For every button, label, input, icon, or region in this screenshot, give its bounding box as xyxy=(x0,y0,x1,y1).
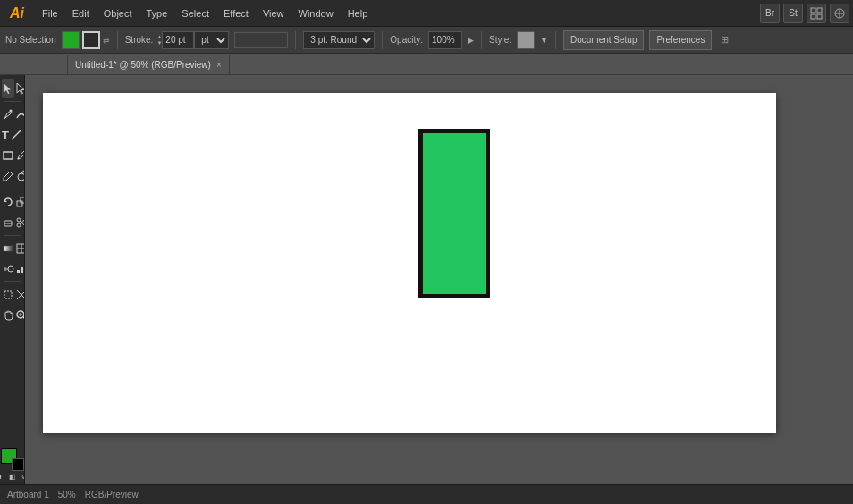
svg-rect-1 xyxy=(817,8,822,13)
gradient-tool[interactable] xyxy=(2,239,14,258)
curvature-tool[interactable] xyxy=(15,105,25,124)
eraser-tool[interactable] xyxy=(2,213,14,232)
tab-close-button[interactable]: × xyxy=(216,60,222,70)
menu-effect[interactable]: Effect xyxy=(217,6,255,21)
opacity-label: Opacity: xyxy=(390,35,423,45)
rotate-tool[interactable] xyxy=(2,192,14,212)
line-segment-tool[interactable] xyxy=(10,125,22,145)
menu-help[interactable]: Help xyxy=(342,6,375,21)
svg-point-9 xyxy=(10,110,13,113)
more-apps-icon[interactable] xyxy=(830,4,849,23)
menu-object[interactable]: Object xyxy=(97,6,139,21)
pen-tool[interactable] xyxy=(2,105,14,124)
menu-file[interactable]: File xyxy=(36,6,64,21)
svg-point-30 xyxy=(8,266,13,272)
opacity-input[interactable] xyxy=(428,31,462,49)
stock-icon[interactable]: St xyxy=(783,4,803,23)
svg-rect-25 xyxy=(4,246,13,251)
document-tab[interactable]: Untitled-1* @ 50% (RGB/Preview) × xyxy=(67,55,230,74)
canvas-area xyxy=(25,75,853,484)
divider-5 xyxy=(555,31,556,49)
tab-title: Untitled-1* @ 50% (RGB/Preview) xyxy=(75,60,211,70)
fill-stroke-colors xyxy=(1,448,24,471)
scissors-tool[interactable] xyxy=(15,213,25,232)
main-area: T xyxy=(0,75,853,484)
green-rectangle[interactable] xyxy=(418,129,490,298)
gradient-tools-row xyxy=(2,239,22,258)
svg-line-10 xyxy=(12,130,21,139)
direct-selection-tool[interactable] xyxy=(15,79,25,98)
arrange-icon[interactable]: ⊞ xyxy=(721,34,729,46)
type-tools-row: T xyxy=(2,125,22,145)
divider-3 xyxy=(382,31,383,49)
scale-tool[interactable] xyxy=(15,192,25,212)
workspace-icon[interactable] xyxy=(807,4,826,23)
selection-tool[interactable] xyxy=(2,79,14,98)
svg-line-15 xyxy=(21,171,24,173)
svg-marker-7 xyxy=(4,83,11,94)
svg-rect-2 xyxy=(811,14,815,19)
selection-label: No Selection xyxy=(5,35,56,45)
stroke-value-input[interactable] xyxy=(162,31,194,49)
style-dropdown-icon[interactable]: ▼ xyxy=(540,36,548,45)
divider-1 xyxy=(117,31,118,49)
pencil-tools-row xyxy=(2,166,22,186)
color-mode-buttons: ■ ◧ ⊘ xyxy=(0,473,25,481)
chart-tool[interactable] xyxy=(15,259,25,279)
stroke-unit-select[interactable]: ptpxin xyxy=(194,31,229,49)
svg-point-14 xyxy=(18,173,25,181)
menu-view[interactable]: View xyxy=(257,6,291,21)
tool-divider-4 xyxy=(4,281,21,282)
toolbar: T xyxy=(0,75,25,484)
pencil-tool[interactable] xyxy=(2,166,14,186)
blend-tool[interactable] xyxy=(2,259,14,279)
zoom-tool[interactable] xyxy=(15,306,25,325)
bridge-icon[interactable]: Br xyxy=(760,4,780,23)
app-logo: Ai xyxy=(4,5,30,21)
canvas-scroll[interactable] xyxy=(25,75,853,484)
menu-right-icons: Br St xyxy=(760,4,849,23)
selection-tools-row xyxy=(2,79,22,98)
blob-brush-tool[interactable] xyxy=(15,166,25,186)
zoom-level: 50% xyxy=(58,490,76,500)
fill-swatch[interactable] xyxy=(62,31,80,49)
options-bar: No Selection ⇄ Stroke: ▲▼ ptpxin 3 pt. R… xyxy=(0,27,853,54)
color-mode-gradient[interactable]: ◧ xyxy=(7,473,18,481)
stroke-swatch[interactable] xyxy=(82,31,100,49)
menu-bar: Ai File Edit Object Type Select Effect V… xyxy=(0,0,853,27)
nav-tools-row xyxy=(2,306,22,325)
paintbrush-tool[interactable] xyxy=(15,146,25,165)
document-setup-button[interactable]: Document Setup xyxy=(563,30,645,50)
pen-tools-row xyxy=(2,105,22,124)
slice-tool[interactable] xyxy=(15,285,25,305)
color-mode-indicator: RGB/Preview xyxy=(85,490,139,500)
mesh-tool[interactable] xyxy=(15,239,25,258)
svg-rect-33 xyxy=(21,267,23,273)
menu-window[interactable]: Window xyxy=(292,6,340,21)
svg-rect-3 xyxy=(817,14,822,19)
swap-colors-icon[interactable]: ⇄ xyxy=(103,36,110,45)
menu-select[interactable]: Select xyxy=(175,6,215,21)
status-bar: Artboard 1 50% RGB/Preview xyxy=(0,484,853,504)
color-mode-color[interactable]: ■ xyxy=(0,473,5,481)
svg-rect-11 xyxy=(4,152,13,159)
rectangle-tool[interactable] xyxy=(2,146,14,165)
hand-tool[interactable] xyxy=(2,306,14,325)
style-swatch[interactable] xyxy=(517,31,535,49)
artboard xyxy=(43,93,776,433)
tab-bar: Untitled-1* @ 50% (RGB/Preview) × xyxy=(0,54,853,75)
preferences-button[interactable]: Preferences xyxy=(649,30,712,50)
svg-point-12 xyxy=(18,158,20,160)
menu-edit[interactable]: Edit xyxy=(66,6,96,21)
brush-type-select[interactable]: 3 pt. Round xyxy=(303,31,375,49)
type-tool[interactable]: T xyxy=(2,125,9,145)
blend-tools-row xyxy=(2,259,22,279)
artboard-indicator: Artboard 1 xyxy=(7,490,49,500)
menu-type[interactable]: Type xyxy=(140,6,174,21)
toolbar-colors: ■ ◧ ⊘ xyxy=(0,448,25,481)
opacity-more-icon[interactable]: ▶ xyxy=(468,36,474,45)
artboard-tools-row xyxy=(2,285,22,305)
background-color[interactable] xyxy=(12,458,24,471)
artboard-tool[interactable] xyxy=(2,285,14,305)
divider-2 xyxy=(295,31,296,49)
